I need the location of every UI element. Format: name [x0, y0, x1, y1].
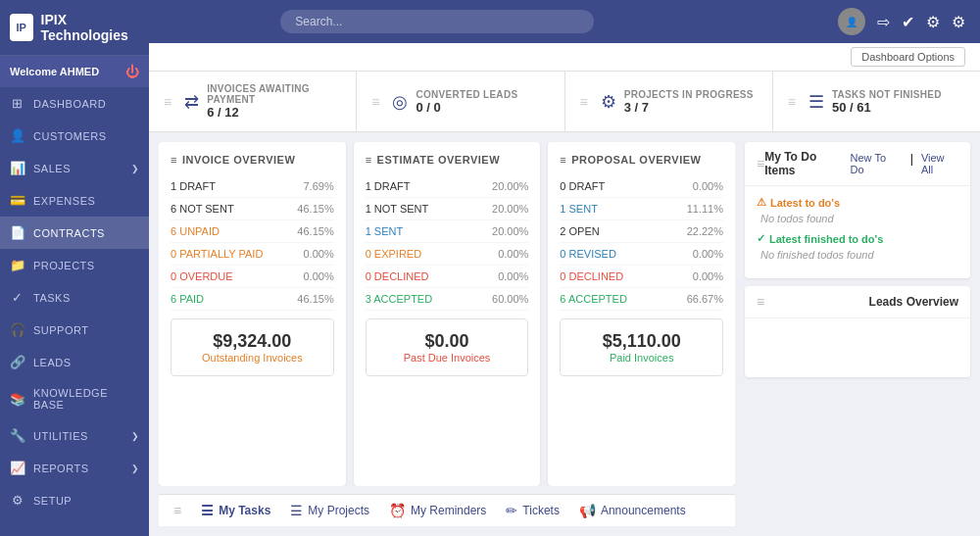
stat-label: TASKS NOT FINISHED: [832, 89, 942, 100]
sidebar-item-sales[interactable]: 📊 SALES ❯: [0, 152, 149, 184]
reminders-icon: ⏰: [389, 503, 406, 518]
row-count: 1 SENT: [560, 203, 598, 215]
new-todo-link[interactable]: New To Do: [851, 152, 903, 175]
leads-card-header: ≡ Leads Overview: [745, 286, 970, 318]
sidebar-item-setup[interactable]: ⚙ SETUP: [0, 484, 149, 516]
row-name: ACCEPTED: [373, 293, 432, 305]
invoice-summary-amount: $9,324.00: [183, 331, 321, 352]
checkmark-icon[interactable]: ✔: [902, 13, 914, 31]
row-name: SENT: [374, 225, 403, 237]
tab-my-projects[interactable]: ☰ My Projects: [290, 503, 369, 518]
sidebar-item-tasks[interactable]: ✓ TASKS: [0, 281, 149, 314]
todo-links: New To Do | View All: [851, 152, 958, 175]
stat-value: 6 / 12: [207, 105, 341, 120]
no-todos-msg: No todos found: [757, 213, 958, 224]
row-count: 6 UNPAID: [171, 225, 220, 237]
sidebar-item-projects[interactable]: 📁 PROJECTS: [0, 249, 149, 281]
stat-converted-leads[interactable]: ≡ ◎ CONVERTED LEADS 0 / 0: [357, 72, 564, 131]
stat-value: 3 / 7: [624, 100, 754, 115]
sidebar-item-label: SUPPORT: [33, 324, 88, 336]
sidebar-header: IP IPIX Technologies: [0, 0, 149, 56]
estimate-row-sent: 1 SENT 20.00%: [366, 220, 529, 243]
my-tasks-icon: ☰: [201, 503, 214, 518]
stat-projects-in-progress[interactable]: ≡ ⚙ PROJECTS IN PROGRESS 3 / 7: [565, 72, 773, 131]
proposal-row-sent: 1 SENT 11.11%: [560, 198, 723, 220]
search-input[interactable]: [280, 10, 594, 33]
share-icon[interactable]: ⇨: [877, 13, 890, 31]
row-name: NOT SENT: [374, 203, 428, 215]
row-percent: 46.15%: [297, 293, 333, 305]
estimate-panel-title: ESTIMATE OVERVIEW: [377, 154, 500, 166]
sidebar-item-label: SETUP: [33, 495, 72, 507]
utilities-arrow: ❯: [131, 431, 140, 441]
stat-tasks-not-finished[interactable]: ≡ ☰ TASKS NOT FINISHED 50 / 61: [773, 72, 980, 131]
proposal-row-draft: 0 DRAFT 0.00%: [560, 175, 723, 198]
tasks-stat-icon: ☰: [808, 91, 824, 113]
sidebar-item-knowledge-base[interactable]: 📚 KNOWLEDGE BASE: [0, 378, 149, 419]
todo-card: ≡ My To Do Items New To Do | View All ⚠ …: [745, 142, 970, 278]
row-percent: 60.00%: [492, 293, 528, 305]
row-name: DECLINED: [374, 270, 429, 282]
sidebar-item-support[interactable]: 🎧 SUPPORT: [0, 314, 149, 346]
stat-value: 0 / 0: [416, 100, 517, 115]
app-title: IPIX Technologies: [41, 12, 139, 43]
view-all-link[interactable]: View All: [921, 152, 958, 175]
announcements-icon: 📢: [579, 503, 596, 518]
invoice-row-paid: 6 PAID 46.15%: [171, 288, 334, 311]
drag-handle-icon: ≡: [560, 154, 566, 166]
row-name: EXPIRED: [374, 248, 421, 260]
row-percent: 46.15%: [297, 203, 333, 215]
stat-label: PROJECTS IN PROGRESS: [624, 89, 754, 100]
sidebar-item-label: TASKS: [33, 292, 71, 304]
tab-label: Announcements: [601, 504, 686, 517]
invoice-row-unpaid: 6 UNPAID 46.15%: [171, 220, 334, 243]
dashboard-icon: ⊞: [10, 96, 25, 111]
sidebar-item-label: PROJECTS: [33, 260, 95, 271]
row-count: 0 DRAFT: [560, 180, 605, 192]
main-content: 👤 ⇨ ✔ ⚙ ⚙ Dashboard Options ≡ ⇄ INVOICES…: [149, 0, 980, 536]
power-icon[interactable]: ⏻: [125, 64, 139, 79]
stat-label: CONVERTED LEADS: [416, 89, 517, 100]
settings-icon[interactable]: ⚙: [952, 13, 965, 31]
warning-icon: ⚠: [757, 196, 766, 209]
row-name: DRAFT: [374, 180, 411, 192]
sidebar-item-leads[interactable]: 🔗 LEADS: [0, 346, 149, 378]
tab-tickets[interactable]: ✏ Tickets: [506, 503, 560, 518]
sidebar-item-label: UTILITIES: [33, 430, 88, 442]
leads-card-title: Leads Overview: [869, 295, 958, 309]
tab-my-tasks[interactable]: ☰ My Tasks: [201, 503, 270, 518]
row-count: 1 SENT: [366, 225, 404, 237]
sidebar-user[interactable]: Welcome AHMED ⏻: [0, 56, 149, 87]
knowledge-icon: 📚: [10, 392, 25, 407]
estimate-row-expired: 0 EXPIRED 0.00%: [366, 243, 529, 266]
row-count: 6 NOT SENT: [171, 203, 234, 215]
sidebar-item-expenses[interactable]: 💳 EXPENSES: [0, 184, 149, 217]
row-name: REVISED: [569, 248, 616, 260]
avatar[interactable]: 👤: [838, 8, 865, 35]
stat-invoices-awaiting[interactable]: ≡ ⇄ INVOICES AWAITING PAYMENT 6 / 12: [149, 72, 357, 131]
sidebar-item-contracts[interactable]: 📄 CONTRACTS: [0, 217, 149, 249]
sidebar-item-dashboard[interactable]: ⊞ DASHBOARD: [0, 87, 149, 120]
todo-card-header: ≡ My To Do Items New To Do | View All: [745, 142, 970, 186]
sidebar-item-customers[interactable]: 👤 CUSTOMERS: [0, 120, 149, 152]
tab-label: My Projects: [308, 504, 369, 517]
row-percent: 0.00%: [693, 180, 723, 192]
no-finished-todos-msg: No finished todos found: [757, 249, 958, 261]
drag-handle: ≡: [164, 94, 172, 110]
dashboard-options-button[interactable]: Dashboard Options: [851, 47, 965, 67]
customers-icon: 👤: [10, 128, 25, 143]
sidebar-item-reports[interactable]: 📈 REPORTS ❯: [0, 452, 149, 484]
estimate-row-not-sent: 1 NOT SENT 20.00%: [366, 198, 529, 220]
drag-handle-icon: ≡: [171, 154, 177, 166]
bell-icon[interactable]: ⚙: [926, 13, 940, 31]
right-panel: ≡ My To Do Items New To Do | View All ⚠ …: [745, 142, 970, 526]
dashboard-options-bar: Dashboard Options: [149, 43, 980, 72]
proposal-row-revised: 0 REVISED 0.00%: [560, 243, 723, 266]
sidebar-item-utilities[interactable]: 🔧 UTILITIES ❯: [0, 419, 149, 452]
tab-my-reminders[interactable]: ⏰ My Reminders: [389, 503, 486, 518]
invoice-row-not-sent: 6 NOT SENT 46.15%: [171, 198, 334, 220]
tab-announcements[interactable]: 📢 Announcements: [579, 503, 686, 518]
finished-todos-title: ✓ Latest finished to do's: [757, 232, 958, 245]
app-logo: IP: [10, 14, 33, 41]
leads-overview-card: ≡ Leads Overview: [745, 286, 970, 377]
